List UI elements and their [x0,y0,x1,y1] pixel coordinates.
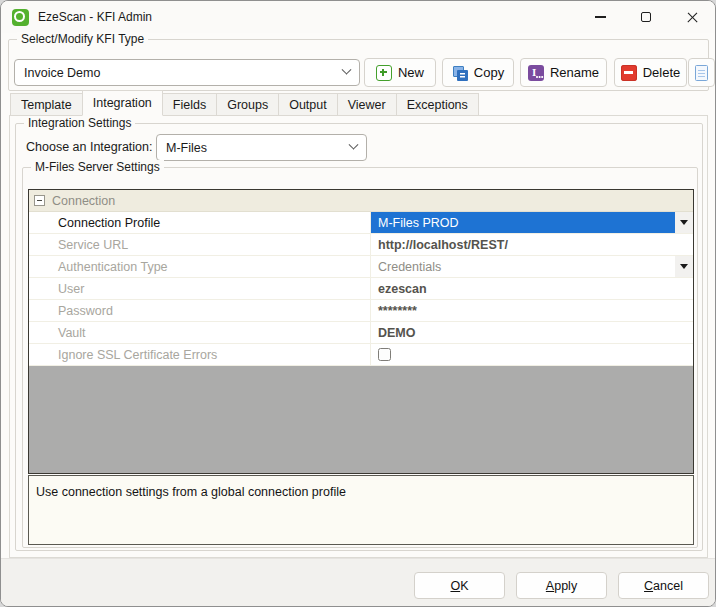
minimize-icon [595,16,606,17]
property-name: Service URL [29,234,371,255]
copy-icon [452,65,468,81]
new-icon [376,65,392,81]
mfiles-server-settings-label: M-Files Server Settings [31,160,164,175]
rename-button-label: Rename [550,65,599,80]
delete-button[interactable]: Delete [614,58,687,87]
category-row-connection[interactable]: Connection [29,190,693,212]
category-label: Connection [52,194,115,208]
document-icon [695,65,708,81]
grid-empty-area [29,366,693,472]
property-value: ezescan [378,282,427,296]
minimize-button[interactable] [577,1,623,33]
property-value: M-Files PROD [378,216,459,230]
property-name: Connection Profile [29,212,371,233]
tab-exceptions[interactable]: Exceptions [396,93,479,116]
ok-label: K [460,579,468,593]
cancel-label: ancel [653,579,683,593]
ignore-ssl-checkbox[interactable] [378,348,391,361]
tab-groups[interactable]: Groups [216,93,279,116]
row-user[interactable]: User ezescan [29,278,693,300]
tab-strip: Template Integration Fields Groups Outpu… [10,90,478,116]
row-service-url[interactable]: Service URL http://localhost/REST/ [29,234,693,256]
user-value-cell[interactable]: ezescan [371,278,693,299]
cancel-button[interactable]: Cancel [618,572,709,599]
apply-label: pply [554,579,577,593]
property-value: ******** [378,304,417,318]
tab-output[interactable]: Output [278,93,338,116]
chevron-down-icon [342,65,352,75]
property-name: Password [29,300,371,321]
row-password[interactable]: Password ******** [29,300,693,322]
password-value-cell[interactable]: ******** [371,300,693,321]
close-icon [686,11,699,24]
service-url-value-cell[interactable]: http://localhost/REST/ [371,234,693,255]
ok-mnemonic: O [450,579,460,593]
maximize-icon [641,12,651,22]
kfi-type-selected-value: Invoice Demo [24,66,100,80]
tab-template[interactable]: Template [10,93,83,116]
new-button[interactable]: New [364,58,436,87]
apply-button[interactable]: Apply [516,572,607,599]
close-button[interactable] [669,1,715,33]
connection-profile-value-cell[interactable]: M-Files PROD [371,212,693,233]
row-ignore-ssl-certificate-errors[interactable]: Ignore SSL Certificate Errors [29,344,693,366]
chevron-down-icon [349,140,359,150]
rename-icon [528,65,544,81]
property-name: Authentication Type [29,256,371,277]
window-title: EzeScan - KFI Admin [38,10,152,24]
dropdown-button[interactable] [675,256,693,277]
property-name: Vault [29,322,371,343]
delete-icon [621,65,637,81]
connection-property-grid: Connection Connection Profile M-Files PR… [28,189,694,474]
title-bar: EzeScan - KFI Admin [1,1,715,33]
row-connection-profile[interactable]: Connection Profile M-Files PROD [29,212,693,234]
tab-integration[interactable]: Integration [82,90,163,116]
footer-button-bar: OK Apply Cancel [1,558,715,607]
dropdown-arrow-icon [680,264,688,269]
delete-button-label: Delete [643,65,681,80]
property-name: Ignore SSL Certificate Errors [29,344,371,365]
kfi-type-select[interactable]: Invoice Demo [14,59,360,86]
cancel-mnemonic: C [644,579,653,593]
integration-settings-groupbox: Integration Settings Choose an Integrati… [15,123,703,551]
kfi-admin-window: EzeScan - KFI Admin Select/Modify KFI Ty… [0,0,716,607]
kfi-type-group-label: Select/Modify KFI Type [17,32,148,47]
property-value: http://localhost/REST/ [378,238,508,252]
ezescan-logo-icon [12,9,29,26]
property-description-panel: Use connection settings from a global co… [28,475,694,545]
property-value: Credentials [378,260,441,274]
tab-viewer[interactable]: Viewer [337,93,397,116]
row-vault[interactable]: Vault DEMO [29,322,693,344]
authentication-type-value-cell[interactable]: Credentials [371,256,693,277]
ok-button[interactable]: OK [414,572,505,599]
choose-integration-label: Choose an Integration: [26,140,152,154]
tab-fields[interactable]: Fields [162,93,217,116]
integration-select[interactable]: M-Files [156,134,367,161]
report-button[interactable] [688,58,715,87]
integration-settings-label: Integration Settings [24,116,135,131]
copy-button-label: Copy [474,65,504,80]
ignore-ssl-value-cell [371,344,693,365]
copy-button[interactable]: Copy [442,58,514,87]
dropdown-button[interactable] [675,212,693,233]
kfi-type-groupbox: Select/Modify KFI Type Invoice Demo New … [8,39,709,91]
new-button-label: New [398,65,424,80]
rename-button[interactable]: Rename [520,58,607,87]
vault-value-cell[interactable]: DEMO [371,322,693,343]
property-value: DEMO [378,326,416,340]
window-controls [577,1,715,33]
property-description-text: Use connection settings from a global co… [36,485,346,499]
apply-mnemonic: A [546,579,554,593]
collapse-icon[interactable] [34,195,45,206]
maximize-button[interactable] [623,1,669,33]
mfiles-server-settings-groupbox: M-Files Server Settings Connection Conne… [22,167,698,548]
row-authentication-type[interactable]: Authentication Type Credentials [29,256,693,278]
property-name: User [29,278,371,299]
integration-selected-value: M-Files [166,141,207,155]
dropdown-arrow-icon [680,220,688,225]
